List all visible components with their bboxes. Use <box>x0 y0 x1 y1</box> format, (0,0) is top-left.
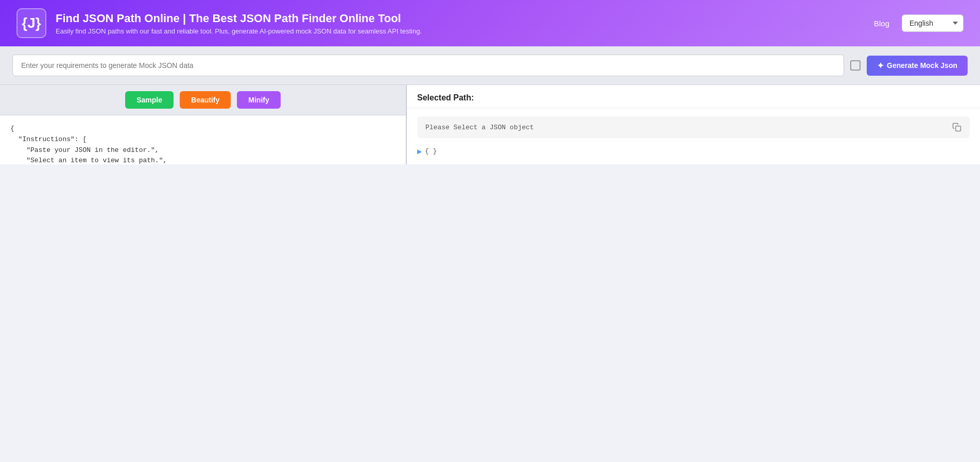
selected-path-label: Selected Path: <box>407 85 980 108</box>
logo-text: {J} <box>22 15 41 31</box>
blog-link[interactable]: Blog <box>874 19 889 28</box>
left-panel: Sample Beautify Minify { "Instructions":… <box>0 85 407 164</box>
json-tree: ▶ { } <box>407 138 980 164</box>
minify-button[interactable]: Minify <box>237 91 280 109</box>
toolbar: Sample Beautify Minify <box>0 85 406 115</box>
page-title: Find JSON Path Online | The Best JSON Pa… <box>56 11 422 26</box>
mock-json-bar: ✦ Generate Mock Json <box>0 46 980 85</box>
language-selector-wrapper: English Spanish French German Chinese <box>902 14 964 32</box>
mock-json-input[interactable] <box>12 55 844 76</box>
sample-button[interactable]: Sample <box>125 91 174 109</box>
right-panel: Selected Path: Please Select a JSON obje… <box>407 85 980 164</box>
header: {J} Find JSON Path Online | The Best JSO… <box>0 0 980 46</box>
copy-icon[interactable] <box>952 123 961 132</box>
tree-root-braces: { } <box>425 147 437 155</box>
generate-mock-json-label: Generate Mock Json <box>887 61 957 70</box>
language-select[interactable]: English Spanish French German Chinese <box>902 14 964 32</box>
selected-path-value-box: Please Select a JSON object <box>417 116 970 138</box>
page-subtitle: Easily find JSON paths with our fast and… <box>56 27 422 35</box>
svg-rect-0 <box>956 126 961 131</box>
tree-root-item[interactable]: ▶ { } <box>417 146 970 156</box>
mock-checkbox[interactable] <box>850 60 861 71</box>
header-right: Blog English Spanish French German Chine… <box>874 14 964 32</box>
tree-expand-icon[interactable]: ▶ <box>417 148 422 155</box>
header-left: {J} Find JSON Path Online | The Best JSO… <box>16 8 422 38</box>
json-editor[interactable]: { "Instructions": [ "Paste your JSON in … <box>0 115 406 164</box>
generate-stars-icon: ✦ <box>877 61 884 71</box>
logo-icon: {J} <box>16 8 46 38</box>
beautify-button[interactable]: Beautify <box>180 91 231 109</box>
generate-mock-json-button[interactable]: ✦ Generate Mock Json <box>867 56 968 76</box>
selected-path-text: Please Select a JSON object <box>425 124 534 131</box>
header-title-block: Find JSON Path Online | The Best JSON Pa… <box>56 11 422 35</box>
